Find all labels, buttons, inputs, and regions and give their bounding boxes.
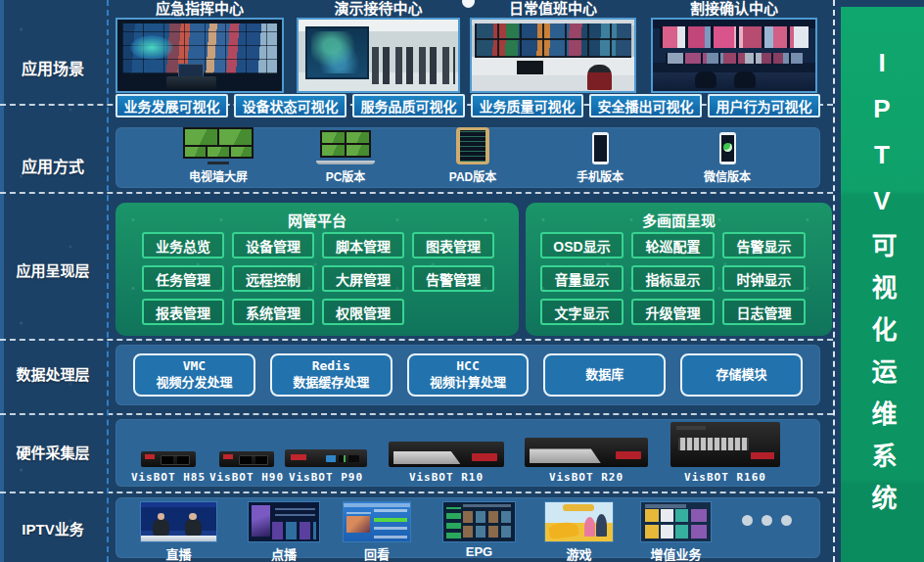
module-name: 存储模块 [716,367,767,384]
desk [166,76,215,88]
service-label: 游戏 [566,544,591,562]
channel-list [346,508,370,514]
nms-report-mgmt: 报表管理 [142,299,224,325]
nms-alarm-mgmt: 告警管理 [412,265,494,292]
nms-button-grid: 业务总览 设备管理 脚本管理 图表管理 任务管理 远程控制 大屏管理 告警管理 … [142,232,494,325]
mv-log-mgmt: 日志管理 [722,299,806,325]
nms-platform-title: 网管平台 [116,210,519,230]
program-list [374,508,407,538]
vmc-module: VMC 视频分发处理 [133,353,255,397]
device-label: VisBOT H85 [131,471,206,484]
mode-pc: PC版本 [282,127,409,188]
nms-screen-mgmt: 大屏管理 [322,265,404,292]
mode-label: 微信版本 [704,167,751,184]
nms-platform-panel: 网管平台 业务总览 设备管理 脚本管理 图表管理 任务管理 远程控制 大屏管理 … [116,203,519,336]
device-r10: VisBOT R10 [378,442,515,484]
command-center-photo [116,18,284,93]
iptv-architecture-slide: 应用场景 应用方式 应用呈现层 数据处理层 硬件采集层 IPTV业务 应急指挥中… [0,0,924,562]
mode-label: 电视墙大屏 [189,167,248,184]
storage-module: 存储模块 [680,353,803,397]
nms-device-mgmt: 设备管理 [232,232,314,258]
chip-safe-broadcast: 安全播出可视化 [589,94,702,117]
map-texture [311,31,362,74]
cartoon-car [548,521,579,539]
service-value-added: 增值业务 [640,501,712,562]
news-anchor [185,519,202,536]
visualization-chip-row: 业务发展可视化 设备状态可视化 服务品质可视化 业务质量可视化 安全播出可视化 … [116,94,820,117]
operator-silhouette [587,65,612,90]
header-bar [463,504,510,507]
mv-osd-display: OSD显示 [540,232,624,258]
nms-business-overview: 业务总览 [142,232,224,258]
mv-upgrade-mgmt: 升级管理 [631,299,715,325]
visitors-silhouette [372,47,455,84]
replay-thumbnail [343,501,411,542]
scene-title: 演示接待中心 [297,1,460,17]
news-anchor [153,519,169,536]
module-name: VMC [183,358,206,375]
rack-server-icon [389,442,504,467]
system-title-banner: IPTV可视化运维系统 [841,7,924,562]
rail-label-modes: 应用方式 [0,154,106,177]
service-epg: EPG [442,501,516,559]
chair-silhouette [695,71,716,89]
module-desc: 数据缓存处理 [293,375,369,392]
duty-center-photo [470,18,636,93]
epg-thumbnail [442,501,516,542]
mode-tv-wall: 电视墙大屏 [155,127,282,188]
mv-volume-display: 音量显示 [540,265,624,292]
rail-label-hardware: 硬件采集层 [0,442,106,462]
monitor-row-texture [660,26,809,49]
redis-module: Redis 数据缓存处理 [270,353,393,397]
service-label: EPG [466,544,492,559]
left-edge-highlight [0,0,4,562]
mv-indicator-display: 指标显示 [631,265,715,292]
mode-wechat: 微信版本 [664,127,791,188]
rail-label-scenes: 应用场景 [0,56,106,79]
section-divider [0,192,833,194]
device-label: VisBOT H90 [209,471,284,484]
scene-emergency-command: 应急指挥中心 [116,1,284,93]
phone-icon [592,132,609,164]
device-r160: VisBOT R160 [656,422,795,484]
probe-box-icon [285,449,367,467]
service-game: 游戏 [544,501,614,562]
cartoon-character [596,514,607,537]
vod-thumbnail [248,501,320,542]
module-name: HCC [456,358,479,375]
device-label: VisBOT R10 [409,471,484,484]
mv-clock-display: 时钟显示 [722,265,806,292]
visbot-logo [751,452,774,459]
text-lines [275,506,314,516]
hcc-module: HCC 视频计算处理 [407,353,530,397]
game-logo [563,504,594,510]
scene-demo-reception: 演示接待中心 [297,1,460,93]
module-name: 数据库 [585,367,624,384]
rail-label-data: 数据处理层 [0,363,106,384]
rack-server-icon [525,438,648,467]
service-label: 直播 [165,544,191,562]
module-desc: 视频分发处理 [156,375,232,392]
value-added-thumbnail [640,501,712,542]
chip-device-status: 设备状态可视化 [234,94,346,117]
module-desc: 视频计算处理 [430,375,506,392]
multiview-button-grid: OSD显示 轮巡配置 告警显示 音量显示 指标显示 时钟显示 文字显示 升级管理… [540,232,806,325]
service-label: 回看 [364,544,390,562]
heatmap-texture [130,35,173,60]
nms-script-mgmt: 脚本管理 [322,232,404,258]
game-thumbnail [544,501,614,542]
mode-label: PC版本 [326,167,366,184]
mode-label: PAD版本 [449,167,496,184]
tablet-icon [456,127,489,164]
mv-alarm-display: 告警显示 [722,232,806,258]
menu-buttons [446,507,461,539]
monitor-wall-texture [475,23,630,57]
chip-service-quality: 服务品质可视化 [352,94,465,117]
scene-title: 割接确认中心 [651,1,817,17]
service-vod: 点播 [248,501,320,562]
service-label: 增值业务 [650,544,701,562]
hardware-collection-panel: VisBOT H85 VisBOT H90 VisBOT P90 VisBOT … [116,419,820,487]
rack-server-large-icon [670,422,780,467]
live-thumbnail [140,501,217,542]
chip-user-behavior: 用户行为可视化 [708,94,820,117]
